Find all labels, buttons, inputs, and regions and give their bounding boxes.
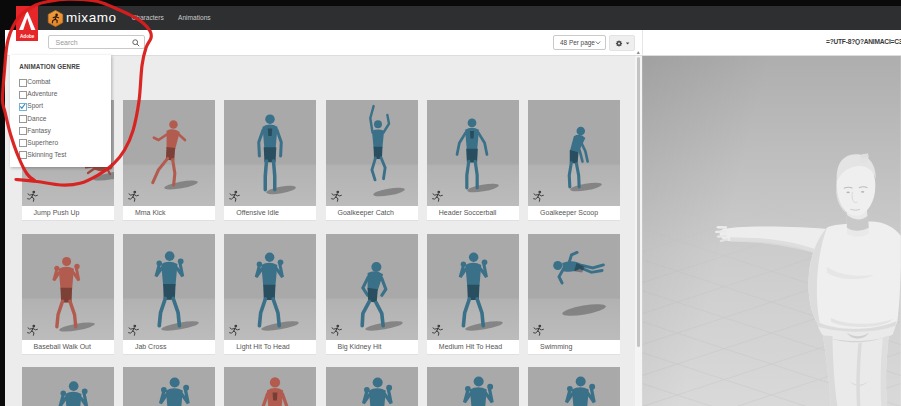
svg-text:Adobe: Adobe — [20, 33, 35, 38]
